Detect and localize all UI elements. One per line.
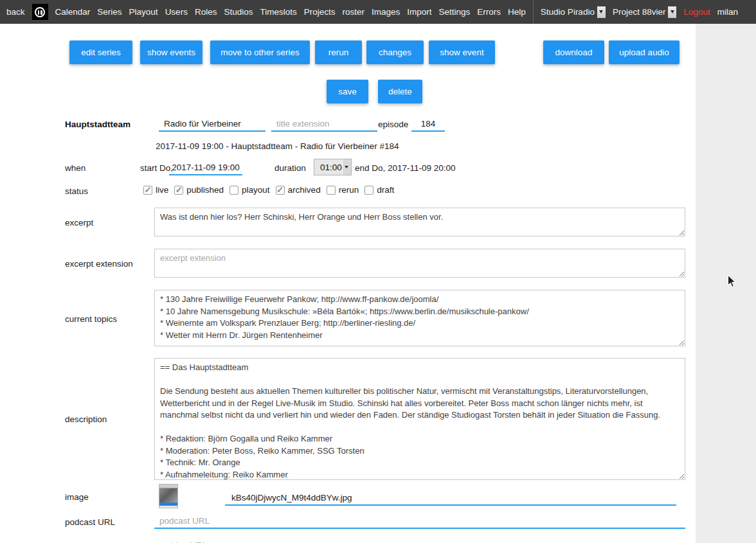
- episode-input[interactable]: [411, 116, 445, 132]
- project-select[interactable]: Project 88vier: [613, 6, 677, 18]
- thumbnail-photo: [159, 488, 177, 503]
- duration-label: duration: [274, 163, 306, 173]
- checkbox-rerun-label: rerun: [339, 185, 359, 195]
- status-checkbox-row: live published playout archived rerun dr…: [143, 185, 394, 195]
- mouse-cursor-icon: [727, 274, 737, 289]
- status-group-published: published: [174, 185, 224, 195]
- duration-select[interactable]: 01:00: [314, 159, 352, 175]
- end-datetime-label: end Do, 2017-11-09 20:00: [355, 163, 456, 173]
- nav-item-users[interactable]: Users: [165, 7, 188, 17]
- nav-item-playout[interactable]: Playout: [129, 7, 158, 17]
- start-day-label: start Do,: [140, 163, 173, 173]
- title-input[interactable]: [159, 116, 266, 132]
- image-thumbnail[interactable]: [159, 484, 178, 508]
- nav-item-help[interactable]: Help: [508, 7, 526, 17]
- status-group-draft: draft: [364, 185, 394, 195]
- image-filename-input[interactable]: [225, 490, 676, 506]
- current-topics-label: current topics: [65, 314, 117, 324]
- nav-item-settings[interactable]: Settings: [439, 7, 471, 17]
- logout-link[interactable]: Logout: [683, 7, 710, 17]
- nav-item-import[interactable]: Import: [407, 7, 431, 17]
- changes-button[interactable]: changes: [366, 40, 424, 64]
- edit-series-button[interactable]: edit series: [69, 40, 132, 64]
- podcast-url-label: podcast URL: [65, 517, 115, 527]
- chevron-down-icon[interactable]: [668, 6, 676, 18]
- checkbox-published-label: published: [186, 185, 224, 195]
- episode-label: episode: [378, 120, 408, 129]
- move-to-other-series-button[interactable]: move to other series: [210, 40, 310, 64]
- checkbox-published[interactable]: [174, 186, 183, 195]
- status-group-playout: playout: [230, 185, 270, 195]
- back-button[interactable]: back: [6, 7, 25, 17]
- nav-item-series[interactable]: Series: [97, 7, 122, 17]
- nav-item-roster[interactable]: roster: [342, 7, 364, 17]
- top-nav: back Calendar Series Playout Users Roles…: [0, 0, 756, 24]
- checkbox-archived-label: archived: [288, 185, 321, 195]
- checkbox-live-label: live: [156, 185, 168, 195]
- status-group-live: live: [143, 185, 168, 195]
- excerpt-textarea[interactable]: Was ist denn hier los? Herr Schinski, He…: [154, 208, 685, 236]
- checkbox-live[interactable]: [143, 186, 152, 195]
- upload-audio-button[interactable]: upload audio: [609, 40, 680, 64]
- nav-item-images[interactable]: Images: [372, 7, 400, 17]
- duration-select-value: 01:00: [314, 159, 342, 175]
- description-textarea[interactable]: == Das Hauptstadtteam Die Sendung besteh…: [154, 358, 685, 480]
- nav-divider: [533, 0, 534, 24]
- show-event-button[interactable]: show event: [429, 40, 495, 64]
- status-label: status: [65, 186, 88, 196]
- nav-item-timeslots[interactable]: Timeslots: [260, 7, 296, 17]
- main-content: edit series show events move to other se…: [0, 24, 696, 543]
- current-topics-textarea[interactable]: * 130 Jahre Freiwillige Feuerwehr Pankow…: [154, 290, 685, 346]
- chevron-down-icon[interactable]: [597, 6, 606, 18]
- description-label: description: [65, 414, 107, 424]
- pause-circle-icon: [35, 7, 45, 17]
- nav-item-errors[interactable]: Errors: [477, 7, 501, 17]
- start-datetime-input[interactable]: [169, 160, 242, 175]
- nav-item-calendar[interactable]: Calendar: [55, 7, 91, 17]
- status-group-rerun: rerun: [327, 185, 359, 195]
- event-summary-text: 2017-11-09 19:00 - Hauptstadtteam - Radi…: [156, 141, 399, 151]
- thumbnail-footer: [159, 506, 177, 508]
- delete-button[interactable]: delete: [378, 80, 422, 103]
- checkbox-playout-label: playout: [242, 185, 270, 195]
- rerun-button[interactable]: rerun: [315, 40, 362, 64]
- download-button[interactable]: download: [543, 40, 604, 64]
- checkbox-draft[interactable]: [364, 186, 374, 195]
- when-label: when: [65, 163, 86, 173]
- archive-url-input[interactable]: [154, 538, 685, 543]
- checkbox-rerun[interactable]: [327, 186, 336, 195]
- piradio-logo-icon[interactable]: [32, 4, 48, 20]
- status-group-archived: archived: [276, 185, 321, 195]
- excerpt-label: excerpt: [65, 218, 93, 227]
- project-select-value: Project 88vier: [613, 7, 666, 17]
- checkbox-draft-label: draft: [377, 185, 394, 195]
- nav-item-roles[interactable]: Roles: [195, 7, 217, 17]
- podcast-url-input[interactable]: [154, 513, 685, 529]
- image-label: image: [65, 492, 89, 502]
- nav-item-studios[interactable]: Studios: [224, 7, 253, 17]
- studio-select[interactable]: Studio Piradio: [541, 6, 606, 18]
- excerpt-extension-label: excerpt extension: [65, 259, 133, 269]
- save-button[interactable]: save: [327, 80, 368, 103]
- current-user-label: milan: [717, 7, 738, 17]
- series-name-label: Hauptstadtteam: [65, 120, 130, 129]
- checkbox-archived[interactable]: [276, 186, 285, 195]
- checkbox-playout[interactable]: [230, 186, 239, 195]
- show-events-button[interactable]: show events: [140, 40, 203, 64]
- excerpt-extension-textarea[interactable]: [154, 249, 685, 278]
- studio-select-value: Studio Piradio: [541, 7, 595, 17]
- chevron-down-icon[interactable]: [342, 159, 351, 175]
- title-extension-input[interactable]: [271, 116, 377, 132]
- nav-item-projects[interactable]: Projects: [304, 7, 336, 17]
